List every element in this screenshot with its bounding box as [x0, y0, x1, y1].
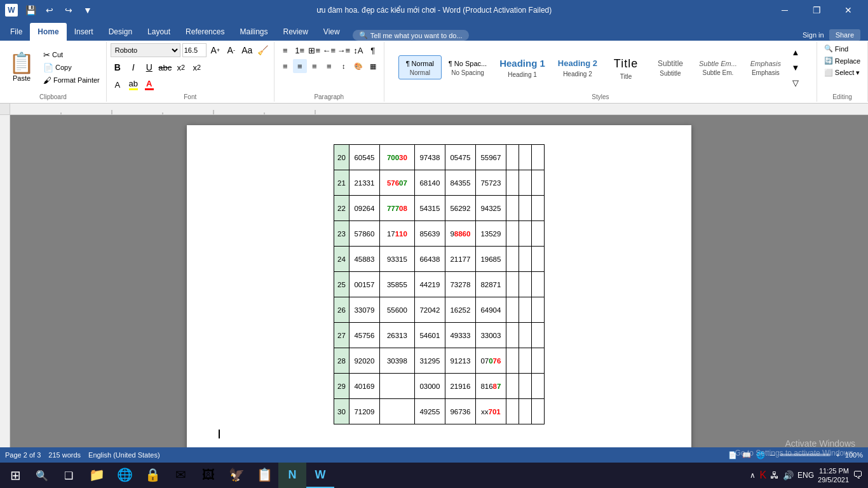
style-title[interactable]: Title Title [604, 51, 648, 83]
layout-normal-btn[interactable]: 📄 [728, 451, 737, 459]
layout-web-btn[interactable]: 🌐 [756, 451, 765, 459]
taskbar-app-photos[interactable]: 🖼 [194, 463, 222, 488]
tell-me-input[interactable]: 🔍 Tell me what you want to do... [353, 30, 469, 41]
font-shrink-btn[interactable]: A- [224, 43, 238, 57]
tab-review[interactable]: Review [275, 23, 315, 41]
taskbar-app-mail[interactable]: ✉ [166, 463, 194, 488]
layout-read-btn[interactable]: 📖 [742, 451, 751, 459]
share-btn[interactable]: Share [829, 29, 860, 41]
taskbar-app-tasks[interactable]: 📋 [250, 463, 278, 488]
style-emphasis[interactable]: Emphasis Emphasis [744, 55, 787, 80]
task-view-button[interactable]: ❑ [56, 463, 81, 488]
font-family-select[interactable]: Roboto [111, 43, 180, 57]
increase-indent-btn[interactable]: →≡ [337, 43, 351, 57]
taskbar-app-explorer[interactable]: 📁 [83, 463, 111, 488]
search-button[interactable]: 🔍 [29, 463, 55, 488]
tray-time[interactable]: 11:25 PM 29/5/2021 [818, 466, 849, 485]
font-color-btn[interactable]: A [142, 78, 156, 92]
paste-button[interactable]: 📋 Paste [4, 50, 39, 85]
multilevel-btn[interactable]: ⊞≡ [308, 43, 322, 57]
decrease-indent-btn[interactable]: ←≡ [322, 43, 336, 57]
styles-scroll-down[interactable]: ▼ [789, 60, 803, 74]
zoom-slider[interactable] [780, 454, 831, 456]
restore-btn[interactable]: ❐ [802, 0, 831, 20]
change-case-btn[interactable]: Aa [240, 43, 254, 57]
font-grow-btn[interactable]: A+ [208, 43, 222, 57]
select-button[interactable]: ⬜ Select ▾ [822, 67, 863, 78]
volume-icon[interactable]: 🔊 [783, 470, 794, 480]
clear-format-btn[interactable]: 🧹 [256, 43, 270, 57]
bullets-btn[interactable]: ≡ [278, 43, 292, 57]
zoom-plus-btn[interactable]: + [836, 451, 839, 459]
tray-chevron[interactable]: ∧ [750, 471, 756, 480]
tab-design[interactable]: Design [101, 23, 140, 41]
show-marks-btn[interactable]: ¶ [366, 43, 380, 57]
line-spacing-btn[interactable]: ↕ [337, 59, 351, 73]
network-icon[interactable]: 🖧 [770, 470, 779, 480]
taskbar-app-word[interactable]: W [306, 463, 334, 488]
style-heading1[interactable]: Heading 1 Heading 1 [494, 53, 551, 81]
format-painter-button[interactable]: 🖌 Format Painter [41, 74, 102, 86]
text-effects-btn[interactable]: A [111, 78, 125, 92]
style-subtle-em[interactable]: Subtle Em... Subtle Em. [693, 55, 743, 80]
replace-button[interactable]: 🔄 Replace [822, 55, 863, 66]
taskbar-app-browser[interactable]: 🌐 [111, 463, 139, 488]
italic-button[interactable]: I [126, 60, 140, 74]
strikethrough-btn[interactable]: abc [158, 60, 172, 74]
underline-button[interactable]: U [142, 60, 156, 74]
borders-btn[interactable]: ▦ [366, 59, 380, 73]
close-btn[interactable]: ✕ [834, 0, 863, 20]
style-h2-preview: Heading 2 [558, 57, 597, 71]
taskbar-app-1[interactable]: 🦅 [222, 463, 250, 488]
tab-insert[interactable]: Insert [67, 23, 101, 41]
save-btn[interactable]: 💾 [22, 1, 39, 19]
font-size-input[interactable] [182, 43, 207, 57]
align-left-btn[interactable]: ≡ [278, 59, 292, 73]
minimize-btn[interactable]: ─ [770, 0, 799, 20]
taskbar: ⊞ 🔍 ❑ 📁 🌐 🔒 ✉ 🖼 🦅 📋 N W ∧ K 🖧 🔊 [0, 463, 868, 488]
superscript-btn[interactable]: x2 [190, 60, 204, 74]
style-nospacing-label: No Spacing [451, 69, 484, 76]
start-button[interactable]: ⊞ [3, 463, 28, 488]
document-area: 20 60545 70030 97438 05475 55967 [0, 115, 868, 447]
redo-btn[interactable]: ↪ [60, 1, 78, 19]
justify-btn[interactable]: ≡ [322, 59, 336, 73]
style-subtitle[interactable]: Subtitle Subtitle [649, 55, 692, 80]
tab-home[interactable]: Home [30, 23, 66, 41]
tab-references[interactable]: References [178, 23, 232, 41]
copy-button[interactable]: 📄 Copy [41, 62, 102, 74]
customize-qa-btn[interactable]: ▼ [79, 1, 97, 19]
sign-in-btn[interactable]: Sign in [803, 31, 824, 39]
tab-mailings[interactable]: Mailings [232, 23, 275, 41]
bold-button[interactable]: B [111, 60, 125, 74]
style-heading2[interactable]: Heading 2 Heading 2 [552, 54, 603, 81]
undo-btn[interactable]: ↩ [41, 1, 58, 19]
tab-file[interactable]: File [3, 23, 30, 41]
taskbar-app-security[interactable]: 🔒 [139, 463, 166, 488]
document-scroll-area[interactable]: 20 60545 70030 97438 05475 55967 [10, 115, 868, 447]
zoom-minus-btn[interactable]: ─ [770, 451, 775, 459]
sort-btn[interactable]: ↕A [351, 43, 365, 57]
shading-btn[interactable]: 🎨 [351, 59, 365, 73]
find-button[interactable]: 🔍 Find [822, 43, 851, 54]
highlight-color-btn[interactable]: ab [126, 78, 140, 92]
numbering-btn[interactable]: 1≡ [293, 43, 307, 57]
align-center-btn[interactable]: ≡ [293, 59, 307, 73]
taskbar-app-notes[interactable]: N [278, 463, 306, 488]
horizontal-ruler [10, 104, 868, 114]
tab-view[interactable]: View [316, 23, 348, 41]
styles-expand[interactable]: ▽ [789, 76, 803, 90]
kaspersky-icon[interactable]: K [759, 470, 766, 481]
notification-icon[interactable]: 🗨 [853, 470, 863, 481]
align-right-btn[interactable]: ≡ [308, 59, 322, 73]
styles-scroll-up[interactable]: ▲ [789, 45, 803, 59]
cut-button[interactable]: ✂ Cut [41, 49, 102, 61]
clipboard-group: 📋 Paste ✂ Cut 📄 Copy 🖌 Format Painter [0, 42, 107, 102]
document-page: 20 60545 70030 97438 05475 55967 [187, 125, 691, 447]
style-no-spacing[interactable]: ¶ No Spac... No Spacing [443, 55, 492, 80]
subscript-btn[interactable]: x2 [174, 60, 188, 74]
paragraph-group-label: Paragraph [275, 93, 384, 100]
style-normal[interactable]: ¶ Normal Normal [398, 55, 442, 80]
tab-layout[interactable]: Layout [140, 23, 178, 41]
vertical-ruler [0, 115, 10, 447]
